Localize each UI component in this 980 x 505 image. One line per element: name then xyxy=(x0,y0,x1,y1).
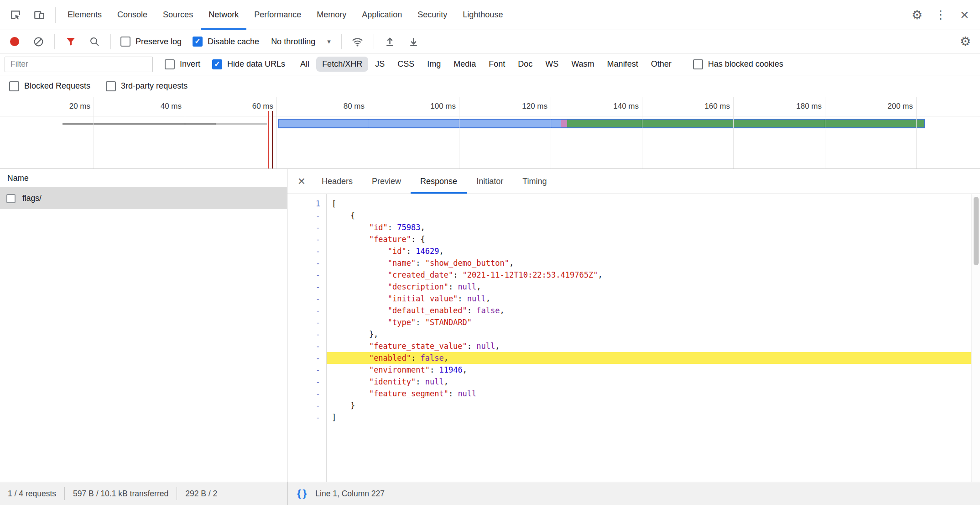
gutter-mark: - xyxy=(287,400,326,411)
request-checkbox[interactable] xyxy=(6,194,16,203)
filter-type-img[interactable]: Img xyxy=(421,57,447,72)
timing-segment-pink xyxy=(561,120,567,127)
filter-type-font[interactable]: Font xyxy=(483,57,511,72)
tab-console[interactable]: Console xyxy=(109,0,155,30)
divider xyxy=(54,34,55,49)
detail-tab-timing[interactable]: Timing xyxy=(513,169,556,194)
options-row: Blocked Requests 3rd-party requests xyxy=(0,75,980,97)
timeline-gridline xyxy=(642,97,642,168)
scrollbar-thumb[interactable] xyxy=(974,197,979,265)
detail-tab-response[interactable]: Response xyxy=(411,169,467,194)
detail-tabs: × HeadersPreviewResponseInitiatorTiming xyxy=(287,169,980,194)
has-blocked-cookies-checkbox[interactable]: Has blocked cookies xyxy=(688,59,789,69)
resource-type-filters: AllFetch/XHRJSCSSImgMediaFontDocWSWasmMa… xyxy=(294,57,678,72)
checkbox-box xyxy=(165,59,175,69)
timeline-gridline xyxy=(94,97,94,168)
filter-type-js[interactable]: JS xyxy=(369,57,391,72)
tab-elements[interactable]: Elements xyxy=(60,0,109,30)
timeline-tick-label: 100 ms xyxy=(430,102,456,111)
detail-tab-initiator[interactable]: Initiator xyxy=(467,169,513,194)
disable-cache-checkbox[interactable]: ✓ Disable cache xyxy=(187,37,265,47)
filter-type-manifest[interactable]: Manifest xyxy=(601,57,644,72)
request-timing-bar xyxy=(63,123,216,125)
code-line: 1[ xyxy=(287,198,980,210)
scrollbar[interactable] xyxy=(971,194,980,482)
code-line: - "default_enabled": false, xyxy=(287,305,980,316)
gutter-mark: - xyxy=(287,281,326,293)
third-party-requests-checkbox[interactable]: 3rd-party requests xyxy=(100,81,193,91)
filter-type-media[interactable]: Media xyxy=(448,57,482,72)
timeline-gridline xyxy=(733,97,734,168)
requests-panel: Name flags/ xyxy=(0,169,287,482)
import-har-icon[interactable] xyxy=(378,30,402,53)
timeline-tick-label: 120 ms xyxy=(522,102,547,111)
filter-type-css[interactable]: CSS xyxy=(391,57,420,72)
name-column-header[interactable]: Name xyxy=(0,169,287,188)
code-text: ] xyxy=(326,411,980,423)
tab-performance[interactable]: Performance xyxy=(246,0,309,30)
tab-application[interactable]: Application xyxy=(354,0,410,30)
code-text: }, xyxy=(326,328,980,340)
filter-type-fetch-xhr[interactable]: Fetch/XHR xyxy=(316,57,368,72)
checkbox-box: ✓ xyxy=(212,59,222,69)
network-settings-gear-icon[interactable]: ⚙ xyxy=(954,30,977,53)
timeline-tick-label: 160 ms xyxy=(704,102,730,111)
timeline-tick-label: 200 ms xyxy=(887,102,913,111)
filter-funnel-icon[interactable] xyxy=(59,30,83,53)
dom-content-loaded-line xyxy=(272,111,273,168)
timeline-tick-label: 80 ms xyxy=(344,102,365,111)
gutter-mark: - xyxy=(287,352,326,364)
inspect-element-icon[interactable] xyxy=(4,0,27,30)
cursor-position: Line 1, Column 227 xyxy=(315,489,385,499)
network-conditions-icon[interactable] xyxy=(346,30,370,53)
timing-segment-green xyxy=(567,120,924,127)
preserve-log-checkbox[interactable]: Preserve log xyxy=(115,37,187,47)
close-devtools-icon[interactable]: × xyxy=(953,0,976,30)
request-row[interactable]: flags/ xyxy=(0,188,287,209)
gutter-mark: - xyxy=(287,388,326,400)
detail-tab-headers[interactable]: Headers xyxy=(312,169,362,194)
code-line: - "identity": null, xyxy=(287,376,980,388)
blocked-requests-checkbox[interactable]: Blocked Requests xyxy=(4,81,96,91)
filter-input[interactable] xyxy=(5,57,153,72)
gutter-mark: - xyxy=(287,328,326,340)
timeline-tick-label: 60 ms xyxy=(252,102,273,111)
filter-type-ws[interactable]: WS xyxy=(539,57,564,72)
filter-type-all[interactable]: All xyxy=(294,57,315,72)
invert-checkbox[interactable]: Invert xyxy=(159,59,206,69)
tab-lighthouse[interactable]: Lighthouse xyxy=(455,0,511,30)
tab-network[interactable]: Network xyxy=(201,0,246,30)
code-text: { xyxy=(326,210,980,221)
network-overview-timeline[interactable]: 20 ms40 ms60 ms80 ms100 ms120 ms140 ms16… xyxy=(0,97,980,169)
code-text: "default_enabled": false, xyxy=(326,305,980,316)
tab-security[interactable]: Security xyxy=(410,0,455,30)
timeline-divider xyxy=(0,116,980,116)
search-icon[interactable] xyxy=(83,30,106,53)
request-count: 1 / 4 requests xyxy=(8,489,64,499)
gutter-mark: - xyxy=(287,411,326,423)
hide-data-urls-checkbox[interactable]: ✓ Hide data URLs xyxy=(207,59,291,69)
tab-memory[interactable]: Memory xyxy=(309,0,354,30)
tab-sources[interactable]: Sources xyxy=(155,0,201,30)
filter-type-wasm[interactable]: Wasm xyxy=(565,57,600,72)
clear-network-log-button[interactable] xyxy=(26,30,50,53)
divider xyxy=(55,7,56,23)
checkbox-box xyxy=(120,37,130,47)
filter-type-doc[interactable]: Doc xyxy=(512,57,538,72)
export-har-icon[interactable] xyxy=(402,30,426,53)
source-status: {} Line 1, Column 227 xyxy=(287,482,980,505)
close-details-icon[interactable]: × xyxy=(291,174,312,189)
device-toolbar-icon[interactable] xyxy=(27,0,51,30)
blocked-requests-label: Blocked Requests xyxy=(24,81,90,91)
timeline-tick-label: 20 ms xyxy=(69,102,90,111)
throttling-select[interactable]: No throttling ▾ xyxy=(265,37,337,47)
filter-type-other[interactable]: Other xyxy=(645,57,678,72)
timeline-gridline xyxy=(916,97,917,168)
settings-gear-icon[interactable]: ⚙ xyxy=(905,0,929,30)
detail-tab-preview[interactable]: Preview xyxy=(362,169,411,194)
code-line: - }, xyxy=(287,328,980,340)
record-network-log-button[interactable] xyxy=(3,30,26,53)
checkbox-box: ✓ xyxy=(193,37,203,47)
kebab-menu-icon[interactable]: ⋮ xyxy=(929,0,953,30)
gutter-mark: - xyxy=(287,245,326,257)
